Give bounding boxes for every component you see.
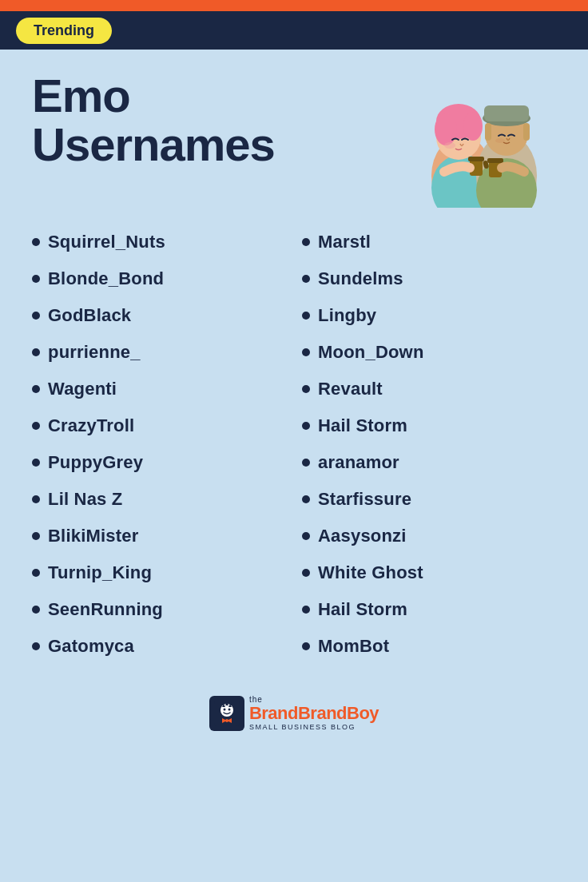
right-column: Marstl Sundelms Lingby Moon_Down Revault… — [294, 224, 564, 665]
header-section: Emo Usernames — [0, 50, 588, 216]
username-text: GodBlack — [48, 305, 131, 326]
bullet-icon — [302, 606, 310, 614]
brandboy-text: the BrandBrandBoy SMALL BUSINESS BLOG — [249, 695, 379, 732]
list-item: purrienne_ — [32, 334, 286, 371]
bullet-icon — [32, 495, 40, 503]
svg-point-4 — [435, 113, 457, 145]
list-item: Turnip_King — [32, 554, 286, 591]
username-text: Gatomyca — [48, 636, 134, 657]
svg-rect-12 — [523, 123, 530, 141]
svg-rect-14 — [468, 157, 484, 161]
list-item: Sundelms — [302, 260, 556, 297]
top-orange-bar — [0, 0, 588, 11]
page-title: Emo Usernames — [32, 72, 275, 169]
bullet-icon — [302, 348, 310, 356]
username-text: MomBot — [318, 636, 389, 657]
bullet-icon — [302, 569, 310, 577]
bullet-icon — [32, 275, 40, 283]
trending-badge: Trending — [16, 18, 112, 44]
username-text: Moon_Down — [318, 342, 424, 363]
bullet-icon — [32, 312, 40, 320]
footer: the BrandBrandBoy SMALL BUSINESS BLOG — [0, 681, 588, 751]
bullet-icon — [32, 532, 40, 540]
svg-rect-17 — [487, 158, 503, 163]
username-text: Squirrel_Nuts — [48, 232, 165, 252]
username-text: BlikiMister — [48, 526, 138, 546]
bullet-icon — [32, 642, 40, 650]
brandboy-icon — [209, 696, 244, 731]
svg-point-24 — [228, 709, 230, 711]
username-text: Hail Storm — [318, 415, 407, 436]
bullet-icon — [302, 312, 310, 320]
username-text: aranamor — [318, 452, 399, 473]
list-item: Hail Storm — [302, 407, 556, 444]
bullet-icon — [302, 238, 310, 246]
username-text: Sundelms — [318, 268, 403, 289]
username-text: Aasysonzi — [318, 526, 407, 546]
username-text: Hail Storm — [318, 599, 407, 620]
bullet-icon — [32, 606, 40, 614]
svg-point-5 — [463, 112, 483, 141]
bullet-icon — [302, 459, 310, 467]
brandboy-logo: the BrandBrandBoy SMALL BUSINESS BLOG — [209, 695, 379, 732]
bullet-icon — [32, 238, 40, 246]
bullet-icon — [302, 642, 310, 650]
list-item: Gatomyca — [32, 628, 286, 665]
svg-point-25 — [225, 719, 228, 722]
username-text: Starfissure — [318, 489, 411, 510]
svg-point-19 — [444, 142, 455, 149]
list-item: Lil Nas Z — [32, 481, 286, 518]
username-text: Blonde_Bond — [48, 268, 164, 289]
bullet-icon — [302, 495, 310, 503]
brand-name: BrandBrandBoy — [249, 704, 379, 723]
bullet-icon — [32, 385, 40, 393]
svg-point-23 — [223, 709, 225, 711]
illustration — [412, 72, 556, 208]
bullet-icon — [32, 422, 40, 430]
list-item: Squirrel_Nuts — [32, 224, 286, 260]
bullet-icon — [302, 385, 310, 393]
bullet-icon — [32, 459, 40, 467]
list-item: aranamor — [302, 444, 556, 481]
list-item: BlikiMister — [32, 518, 286, 554]
list-item: Aasysonzi — [302, 518, 556, 554]
svg-point-22 — [220, 704, 233, 717]
brand-sub: SMALL BUSINESS BLOG — [249, 724, 379, 732]
list-item: Wagenti — [32, 371, 286, 407]
username-text: Wagenti — [48, 379, 117, 399]
left-column: Squirrel_Nuts Blonde_Bond GodBlack purri… — [24, 224, 294, 665]
bullet-icon — [302, 275, 310, 283]
svg-rect-10 — [484, 105, 529, 121]
list-item: CrazyTroll — [32, 407, 286, 444]
username-text: SeenRunning — [48, 599, 163, 620]
list-item: Starfissure — [302, 481, 556, 518]
svg-rect-11 — [485, 123, 491, 141]
bullet-icon — [32, 348, 40, 356]
title-block: Emo Usernames — [32, 72, 275, 169]
bullet-icon — [32, 569, 40, 577]
username-text: White Ghost — [318, 562, 423, 583]
username-text: Revault — [318, 379, 383, 399]
username-text: CrazyTroll — [48, 415, 134, 436]
list-item: GodBlack — [32, 297, 286, 334]
navy-bar: Trending — [0, 11, 588, 50]
list-item: Hail Storm — [302, 591, 556, 628]
list-item: Moon_Down — [302, 334, 556, 371]
list-item: SeenRunning — [32, 591, 286, 628]
list-item: PuppyGrey — [32, 444, 286, 481]
list-item: Revault — [302, 371, 556, 407]
list-item: MomBot — [302, 628, 556, 665]
username-text: Turnip_King — [48, 562, 152, 583]
username-text: purrienne_ — [48, 342, 141, 363]
username-text: Marstl — [318, 232, 371, 252]
bullet-icon — [302, 532, 310, 540]
username-text: PuppyGrey — [48, 452, 143, 473]
bullet-icon — [302, 422, 310, 430]
list-item: Blonde_Bond — [32, 260, 286, 297]
username-list: Squirrel_Nuts Blonde_Bond GodBlack purri… — [0, 216, 588, 681]
list-item: Lingby — [302, 297, 556, 334]
username-text: Lingby — [318, 305, 376, 326]
list-item: White Ghost — [302, 554, 556, 591]
list-item: Marstl — [302, 224, 556, 260]
username-text: Lil Nas Z — [48, 489, 123, 510]
